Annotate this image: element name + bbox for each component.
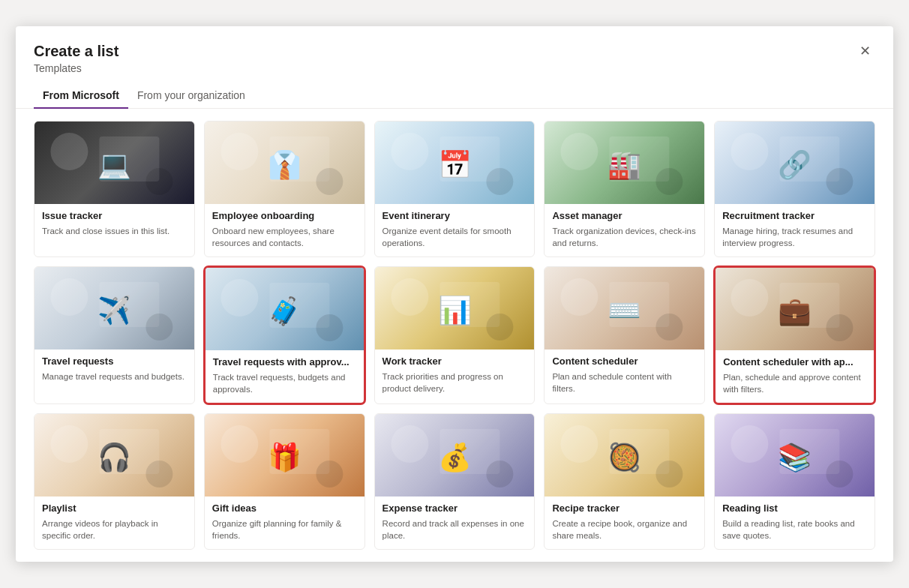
svg-point-38 [826,314,854,341]
card-desc-issue-tracker: Track and close issues in this list. [42,225,187,237]
card-body-recipe-tracker: Recipe trackerCreate a recipe book, orga… [544,496,704,549]
card-image-recruitment-tracker: 🔗 [715,122,874,204]
card-image-svg-recruitment-tracker: 🔗 [715,122,874,204]
svg-text:💻: 💻 [98,148,131,181]
card-image-svg-issue-tracker: 💻 [34,122,194,204]
svg-point-46 [316,460,343,488]
card-desc-travel-requests-approval: Track travel requests, budgets and appro… [213,371,356,395]
card-expense-tracker[interactable]: 💰Expense trackerRecord and track all exp… [374,413,536,550]
close-button[interactable]: ✕ [855,41,875,61]
svg-point-48 [391,425,428,463]
card-employee-onboarding[interactable]: 👔Employee onboardingOnboard new employee… [204,121,365,257]
card-desc-event-itinerary: Organize event details for smooth operat… [382,225,527,249]
card-image-svg-expense-tracker: 💰 [375,414,535,496]
card-body-employee-onboarding: Employee onboardingOnboard new employees… [205,204,364,256]
card-gift-ideas[interactable]: 🎁Gift ideasOrganize gift planning for fa… [204,413,365,550]
svg-point-44 [220,425,258,463]
card-image-asset-manager: 🏭 [544,122,704,204]
card-title-employee-onboarding: Employee onboarding [212,210,357,223]
card-title-gift-ideas: Gift ideas [212,502,357,515]
card-image-svg-playlist: 🎧 [34,414,194,496]
card-content-scheduler[interactable]: ⌨️Content schedulerPlan and schedule con… [544,266,705,404]
card-body-gift-ideas: Gift ideasOrganize gift planning for fam… [205,496,364,549]
svg-text:🏭: 🏭 [608,148,641,181]
card-recipe-tracker[interactable]: 🥘Recipe trackerCreate a recipe book, org… [544,413,705,550]
card-body-travel-requests-approval: Travel requests with approv...Track trav… [206,350,364,403]
card-body-issue-tracker: Issue trackerTrack and close issues in t… [34,204,194,244]
card-image-employee-onboarding: 👔 [205,122,364,204]
card-work-tracker[interactable]: 📊Work trackerTrack priorities and progre… [374,266,536,404]
card-desc-content-scheduler-approval: Plan, schedule and approve content with … [723,371,866,395]
card-title-travel-requests: Travel requests [42,356,187,368]
card-reading-list[interactable]: 📚Reading listBuild a reading list, rate … [714,413,875,550]
modal-header: Create a list Templates ✕ [16,26,893,74]
svg-text:📚: 📚 [778,441,812,473]
card-body-content-scheduler: Content schedulerPlan and schedule conte… [544,350,704,402]
svg-point-56 [731,425,769,463]
card-title-asset-manager: Asset manager [552,210,697,223]
svg-point-58 [826,460,854,488]
svg-point-30 [486,314,513,340]
card-image-content-scheduler: ⌨️ [544,267,704,350]
svg-point-2 [146,168,172,195]
card-playlist[interactable]: 🎧PlaylistArrange videos for playback in … [34,413,195,550]
svg-point-8 [391,133,428,170]
card-travel-requests[interactable]: ✈️Travel requestsManage travel requests … [34,266,195,404]
svg-point-12 [561,133,598,170]
modal-title-section: Create a list Templates [34,41,118,74]
card-image-svg-event-itinerary: 📅 [375,122,535,204]
card-body-recruitment-tracker: Recruitment trackerManage hiring, track … [715,204,874,256]
svg-text:🔗: 🔗 [778,148,812,181]
svg-point-28 [391,278,428,316]
svg-point-20 [50,278,88,316]
svg-text:📅: 📅 [437,148,471,181]
card-asset-manager[interactable]: 🏭Asset managerTrack organization devices… [544,121,705,257]
svg-point-36 [731,279,769,316]
card-desc-playlist: Arrange videos for playback in specific … [42,518,187,542]
svg-point-6 [316,168,343,195]
tab-org[interactable]: From your organization [128,83,254,109]
card-desc-reading-list: Build a reading list, rate books and sav… [722,518,867,542]
card-event-itinerary[interactable]: 📅Event itineraryOrganize event details f… [374,121,536,257]
card-content-scheduler-approval[interactable]: 💼Content scheduler with ap...Plan, sched… [714,266,875,404]
svg-point-40 [50,425,88,463]
card-recruitment-tracker[interactable]: 🔗Recruitment trackerManage hiring, track… [714,121,875,257]
card-desc-recipe-tracker: Create a recipe book, organize and share… [552,518,697,542]
create-list-modal: Create a list Templates ✕ From Microsoft… [16,26,893,562]
modal-title: Create a list [34,41,118,61]
card-title-expense-tracker: Expense tracker [382,502,527,515]
card-title-reading-list: Reading list [722,502,867,515]
svg-text:⌨️: ⌨️ [608,294,641,326]
card-image-issue-tracker: 💻 [34,122,194,204]
svg-text:🎁: 🎁 [268,441,302,473]
card-body-travel-requests: Travel requestsManage travel requests an… [34,350,194,390]
card-travel-requests-approval[interactable]: 🧳Travel requests with approv...Track tra… [204,266,365,404]
tab-microsoft[interactable]: From Microsoft [34,83,128,109]
svg-point-26 [316,314,343,341]
card-image-travel-requests: ✈️ [34,267,194,350]
svg-point-0 [50,133,88,170]
svg-point-50 [486,460,513,488]
content-area: 💻Issue trackerTrack and close issues in … [16,109,893,562]
card-image-svg-employee-onboarding: 👔 [205,122,364,204]
svg-point-18 [826,168,854,195]
card-body-asset-manager: Asset managerTrack organization devices,… [544,204,704,256]
svg-point-34 [656,314,683,340]
card-image-svg-content-scheduler: ⌨️ [544,267,704,350]
svg-text:📊: 📊 [437,294,471,326]
svg-point-14 [656,168,683,195]
card-image-svg-travel-requests: ✈️ [34,267,194,350]
card-body-work-tracker: Work trackerTrack priorities and progres… [375,350,535,402]
svg-text:✈️: ✈️ [98,294,131,326]
svg-point-52 [561,425,598,463]
card-image-playlist: 🎧 [34,414,194,496]
card-image-svg-gift-ideas: 🎁 [205,414,364,496]
card-issue-tracker[interactable]: 💻Issue trackerTrack and close issues in … [34,121,195,257]
card-desc-gift-ideas: Organize gift planning for family & frie… [212,518,357,542]
card-desc-employee-onboarding: Onboard new employees, share resources a… [212,225,357,249]
card-title-event-itinerary: Event itinerary [382,210,527,223]
svg-point-54 [656,460,683,488]
svg-text:💰: 💰 [437,441,471,473]
card-image-work-tracker: 📊 [375,267,535,350]
card-body-content-scheduler-approval: Content scheduler with ap...Plan, schedu… [716,350,874,403]
